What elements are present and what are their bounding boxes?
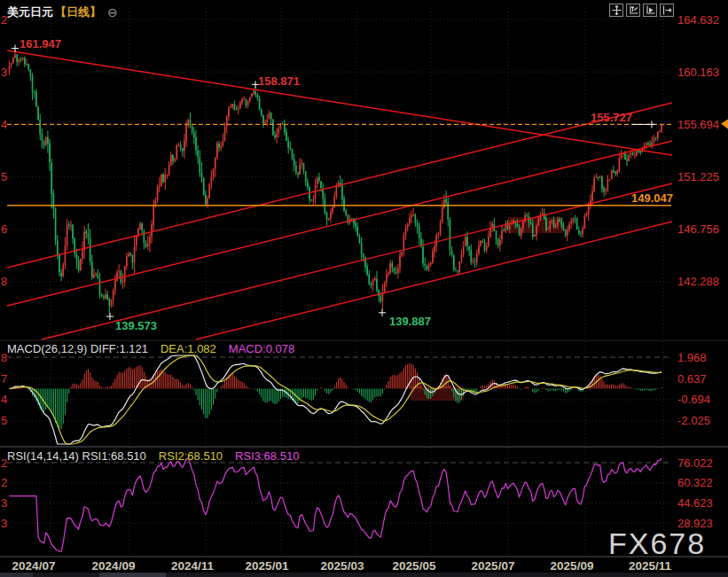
candle-body [51,163,52,194]
candle-body [599,177,601,178]
candle-body [576,218,578,230]
candle-body [458,261,460,272]
candle-body [616,171,618,174]
candle-body [605,190,607,191]
candle-body [109,299,111,306]
x-axis-label: 2025/01 [246,559,289,573]
candle-body [295,166,297,173]
candle-body [471,250,473,262]
candle-body [654,137,655,141]
candle-body [575,218,576,219]
candle-body [159,185,160,186]
candle-body [205,195,207,205]
candle-body [661,124,662,131]
candle-body [195,137,197,151]
candle-body [532,224,534,237]
candle-body [397,268,399,272]
macd-header: MACD(26,12,9) DIFF:1.121 DEA:1.082 MACD:… [7,342,294,355]
candle-body [468,246,470,250]
candle-body [129,253,131,255]
candle-body [478,246,480,253]
x-axis-label: 2025/11 [629,559,672,573]
crosshair-move-button[interactable] [609,4,623,17]
candle-body [91,261,93,277]
scrollbar-segment[interactable] [0,573,33,577]
y-axis-scale-button[interactable] [626,4,640,17]
candle-body [330,212,332,218]
candle-body [634,155,636,156]
x-axis-label: 2025/03 [321,559,364,573]
candle-body [19,59,20,62]
pan-right-button[interactable] [660,4,674,17]
candle-body [409,218,411,223]
x-axis-label: 2025/07 [472,559,515,573]
main-y-axis-label: 142.288 [677,275,719,288]
main-y-axis-label: 155.694 [677,118,719,131]
scrollbar-thumb[interactable] [99,573,166,577]
candle-body [328,218,330,219]
candle-body [182,148,184,151]
candle-body [326,213,328,221]
candle-body [484,243,486,251]
candle-body [320,181,322,188]
price-annotation: 139.887 [389,315,431,328]
candle-body [167,175,168,176]
trendline [196,222,672,339]
candle-body [88,234,90,238]
candle-body [351,219,353,220]
candle-body [332,207,333,212]
candle-body [517,223,519,227]
candle-body [372,280,374,285]
candle-body [382,293,384,301]
candle-body [384,283,386,292]
candle-body [491,223,493,227]
candle-body [411,215,412,218]
candle-body [238,108,239,109]
candle-body [552,220,553,221]
candle-body [303,163,305,171]
candle-body [65,246,67,265]
candle-body [580,233,582,234]
period-tag: 【日线】 [55,4,101,20]
candle-body [249,97,251,102]
candle-body [239,102,241,108]
candle-body [341,186,343,199]
candle-body [172,155,174,161]
candle-body [11,63,12,66]
x-axis-scale-button[interactable] [643,4,657,17]
price-tag [721,119,728,129]
candle-body [363,253,364,257]
candle-body [188,120,190,124]
candle-body [118,271,120,272]
candle-body [450,220,451,250]
candle-body [582,228,583,233]
candle-body [626,160,628,161]
candle-body [545,218,547,230]
candle-body [49,144,51,163]
candle-body [305,171,307,182]
candle-body [35,92,37,106]
candle-body [180,144,182,148]
candle-body [278,129,280,133]
candle-body [139,223,141,229]
candle-body [262,115,264,123]
chart-canvas[interactable]: 164.632160.163155.694151.225146.756142.2… [0,0,728,577]
collapse-icon[interactable]: ⊖ [107,5,118,19]
candle-body [208,184,210,199]
main-y-axis-left-digit: 3 [1,66,7,79]
candle-body [309,187,310,199]
candle-body [519,227,521,236]
candle-body [451,251,453,255]
candle-body [231,104,233,106]
candle-body [93,275,95,277]
candle-body [639,151,641,152]
candle-body [224,127,226,140]
candle-body [345,211,347,215]
main-y-axis-left-digit: 8 [1,275,7,288]
candle-body [412,214,414,215]
candle-body [482,241,484,242]
candle-body [272,120,274,136]
candle-body [524,215,526,222]
candle-body [253,90,254,94]
horizontal-scrollbar[interactable] [0,573,728,577]
